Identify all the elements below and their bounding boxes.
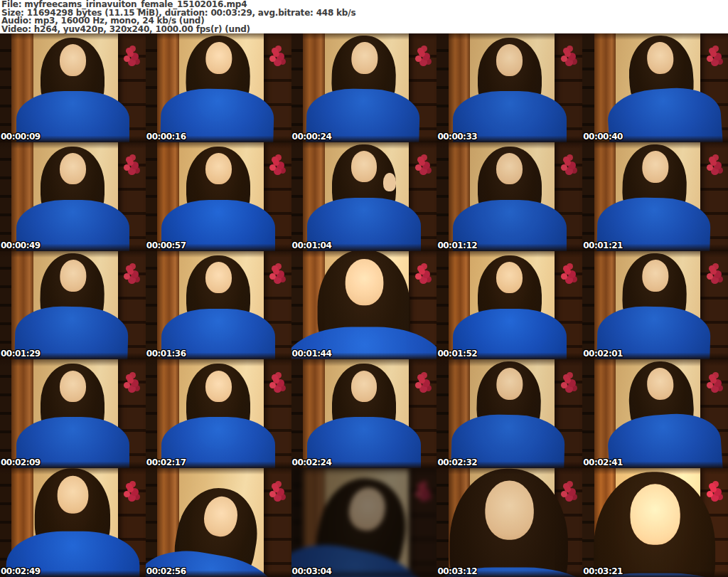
person-face: [496, 153, 523, 184]
video-frame-placeholder: [437, 251, 582, 360]
person-face: [496, 262, 523, 293]
thumbnail-cell: 00:00:24: [291, 33, 437, 142]
thumbnail-cell: 00:01:12: [437, 142, 582, 251]
person-face: [60, 371, 86, 402]
thumbnail-cell: 00:02:17: [146, 359, 291, 468]
video-frame-placeholder: [582, 359, 728, 468]
thumbnail-cell: 00:02:01: [582, 251, 728, 360]
timestamp-overlay: 00:02:01: [583, 349, 623, 359]
timestamp-overlay: 00:02:24: [292, 457, 332, 467]
person-figure: [146, 33, 291, 142]
timestamp-overlay: 00:00:33: [437, 132, 477, 142]
timestamp-overlay: 00:01:29: [1, 349, 41, 359]
timestamp-overlay: 00:03:12: [437, 566, 477, 576]
video-frame-placeholder: [291, 359, 437, 468]
person-face: [205, 371, 232, 402]
video-frame-placeholder: [0, 251, 146, 360]
person-face: [642, 151, 669, 183]
thumbnail-cell: 00:02:56: [146, 468, 291, 577]
header-line-video: Video: h264, yuv420p, 320x240, 1000.00 f…: [1, 26, 728, 34]
person-torso-blue-top: [606, 85, 724, 142]
timestamp-overlay: 00:02:17: [146, 457, 186, 467]
person-face: [486, 481, 534, 539]
person-figure: [437, 144, 582, 251]
video-frame-placeholder: [437, 359, 582, 468]
person-figure: [586, 33, 728, 142]
person-face: [496, 44, 523, 75]
video-frame-placeholder: [0, 33, 146, 142]
thumbnail-cell: 00:01:36: [146, 251, 291, 360]
timestamp-overlay: 00:02:32: [437, 457, 477, 467]
thumbnail-cell: 00:01:52: [437, 251, 582, 360]
video-frame-placeholder: [0, 142, 146, 251]
thumbnail-cell: 00:00:33: [437, 33, 582, 142]
person-figure: [582, 142, 728, 251]
video-frame-placeholder: [146, 33, 291, 142]
thumbnail-cell: 00:00:57: [146, 142, 291, 251]
thumbnail-cell: 00:03:21: [582, 468, 728, 577]
person-figure: [146, 144, 291, 251]
video-frame-placeholder: [291, 468, 437, 577]
thumbnail-cell: 00:00:16: [146, 33, 291, 142]
thumbnail-cell: 00:00:49: [0, 142, 146, 251]
timestamp-overlay: 00:02:09: [1, 457, 41, 467]
video-frame-placeholder: [582, 142, 728, 251]
person-face: [60, 259, 87, 291]
thumbnail-cell: 00:02:49: [0, 468, 146, 577]
person-figure: [291, 251, 437, 360]
person-figure: [0, 36, 146, 142]
video-frame-placeholder: [291, 33, 437, 142]
video-frame-placeholder: [146, 359, 291, 468]
video-frame-placeholder: [146, 251, 291, 360]
video-frame-placeholder: [0, 359, 146, 468]
timestamp-overlay: 00:00:09: [1, 132, 41, 142]
person-face: [205, 262, 232, 293]
person-face: [345, 259, 382, 305]
timestamp-overlay: 00:01:44: [292, 349, 332, 359]
timestamp-overlay: 00:02:49: [1, 566, 41, 576]
person-face: [58, 476, 88, 513]
person-figure: [291, 468, 437, 577]
person-figure: [146, 253, 291, 360]
person-figure: [0, 251, 146, 360]
thumbnail-cell: 00:01:21: [582, 142, 728, 251]
video-frame-placeholder: [291, 142, 437, 251]
person-face: [631, 485, 680, 544]
video-frame-placeholder: [437, 468, 582, 577]
video-frame-placeholder: [582, 251, 728, 360]
person-figure: [0, 361, 146, 468]
person-figure: [582, 251, 728, 360]
person-face: [205, 42, 232, 74]
thumbnail-cell: 00:01:29: [0, 251, 146, 360]
timestamp-overlay: 00:03:04: [292, 566, 332, 576]
person-face: [351, 371, 378, 402]
video-frame-placeholder: [146, 142, 291, 251]
thumbnail-cell: 00:01:04: [291, 142, 437, 251]
person-figure: [582, 468, 728, 577]
person-face: [496, 368, 523, 400]
timestamp-overlay: 00:00:16: [146, 132, 186, 142]
person-figure: [291, 361, 437, 468]
timestamp-overlay: 00:01:12: [437, 240, 477, 250]
timestamp-overlay: 00:03:21: [583, 566, 623, 576]
video-frame-placeholder: [582, 33, 728, 142]
thumbnail-grid: 00:00:09 00:00:16: [0, 33, 728, 577]
timestamp-overlay: 00:00:49: [1, 240, 41, 250]
thumbnail-cell: 00:00:09: [0, 33, 146, 142]
person-figure: [291, 142, 437, 251]
timestamp-overlay: 00:01:04: [292, 240, 332, 250]
video-frame-placeholder: [437, 142, 582, 251]
person-face: [642, 259, 669, 291]
thumbnail-cell: 00:03:12: [437, 468, 582, 577]
thumbnail-cell: 00:02:32: [437, 359, 582, 468]
thumbnail-cell: 00:01:44: [291, 251, 437, 360]
person-figure: [437, 253, 582, 360]
timestamp-overlay: 00:02:41: [583, 457, 623, 467]
person-figure: [0, 144, 146, 251]
person-torso-blue-top: [606, 411, 724, 469]
person-figure: [437, 36, 582, 142]
person-figure: [146, 361, 291, 468]
timestamp-overlay: 00:00:24: [292, 132, 332, 142]
video-frame-placeholder: [0, 468, 146, 577]
person-face: [351, 151, 378, 182]
